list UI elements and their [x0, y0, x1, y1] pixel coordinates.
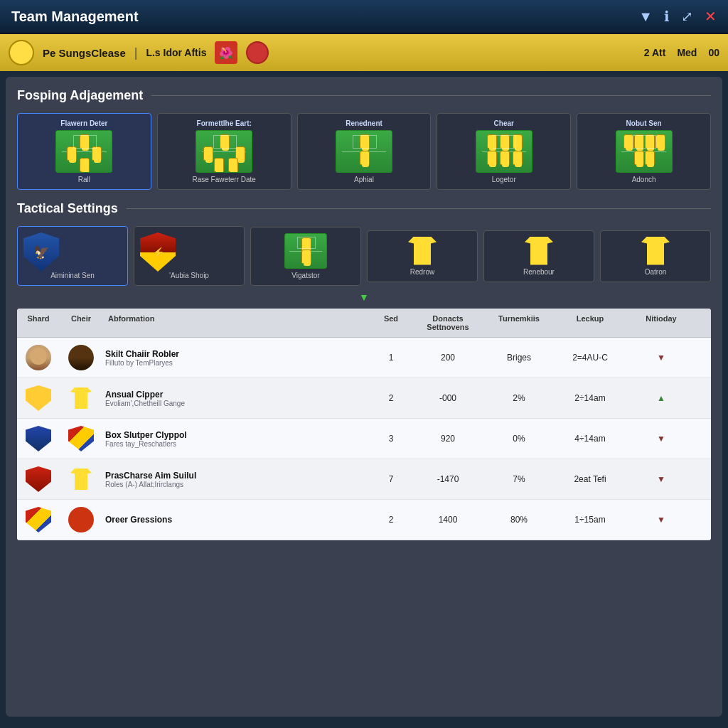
player-dot — [92, 146, 102, 161]
formation-card-5[interactable]: Nobut Sen Adonch — [577, 113, 711, 190]
player-sub-4: Roles (A-) Allat;Irirclangs — [105, 481, 367, 488]
player-dot — [634, 151, 644, 165]
tactical-card-6[interactable]: Oatron — [600, 230, 711, 282]
player-dot — [623, 134, 633, 149]
arrow-down-3[interactable]: ▼ — [657, 434, 665, 444]
tactical-section-header: Tactical Settings — [17, 201, 711, 216]
td-cheir-3 — [60, 426, 102, 451]
dropdown-arrow[interactable]: ▼ — [17, 291, 711, 303]
td-shard-2 — [17, 385, 60, 411]
shirt-icon-5 — [525, 237, 553, 265]
formation-card-5-label: Nobut Sen — [583, 119, 705, 127]
avatar-1 — [26, 345, 51, 370]
tactical-card-6-label: Oatron — [606, 268, 705, 276]
td-name-4: PrasCharse Aim Suilul Roles (A-) Allat;I… — [102, 471, 370, 488]
formation-card-3[interactable]: Renednent Aphial — [297, 113, 432, 190]
player-dot — [487, 134, 497, 149]
divider: | — [134, 46, 138, 60]
avatar-red-5 — [68, 507, 94, 532]
player-dot — [228, 158, 238, 172]
formation-pitch-1 — [55, 130, 112, 173]
formation-card-4[interactable]: Chear Logetor — [437, 113, 571, 190]
arrow-down-5[interactable]: ▼ — [657, 515, 665, 525]
col-leckup: Leckup — [555, 314, 626, 331]
td-donacts-3: 920 — [412, 434, 483, 444]
formation-section-title: Fosping Adjagement — [17, 88, 143, 103]
table-body: Skilt Chaiir Robler Filluto by TemPlarye… — [17, 338, 711, 540]
tactical-card-3[interactable]: Vigatstor — [250, 227, 361, 286]
team-name: Pe SungsClease — [43, 47, 126, 59]
td-shard-5 — [17, 507, 60, 532]
app-title: Team Management — [11, 9, 638, 25]
team-badge-top — [246, 41, 269, 64]
table-row[interactable]: Ansual Cipper Evoliam',Chetheill Gange 2… — [17, 378, 711, 419]
td-turnemkiis-2: 2% — [483, 393, 555, 403]
player-dot — [203, 146, 213, 161]
player-name-3: Box Slutper Clyppol — [105, 430, 367, 440]
td-name-1: Skilt Chaiir Robler Filluto by TemPlarye… — [102, 349, 370, 367]
td-turnemkiis-1: Briges — [483, 353, 555, 363]
td-sed-2: 2 — [370, 393, 412, 403]
td-nitioday-4[interactable]: ▼ — [626, 474, 697, 484]
td-nitioday-2[interactable]: ▲ — [626, 393, 697, 403]
table-row[interactable]: PrasCharse Aim Suilul Roles (A-) Allat;I… — [17, 459, 711, 500]
td-donacts-1: 200 — [412, 353, 483, 363]
shirt-yellow-4 — [70, 469, 92, 490]
badge-blue-3 — [26, 426, 51, 451]
formation-card-2[interactable]: Formettlhe Eart: Rase Faweterr Date — [157, 113, 291, 190]
td-cheir-4 — [60, 469, 102, 490]
td-leckup-3: 4÷14am — [555, 434, 626, 444]
top-bar: Pe SungsClease | L.s Idor Aftis 🌺 2 Att … — [0, 34, 728, 71]
main-panel: Fosping Adjagement Flawern Deter Rall Fo… — [6, 77, 722, 717]
tactical-section-title: Tactical Settings — [17, 201, 118, 216]
td-turnemkiis-4: 7% — [483, 474, 555, 484]
col-nitioday: Nitioday — [626, 314, 697, 331]
td-donacts-5: 1400 — [412, 515, 483, 525]
formation-card-2-sub: Rase Faweterr Date — [164, 176, 285, 183]
resize-icon[interactable]: ⤢ — [681, 8, 693, 25]
formation-card-1[interactable]: Flawern Deter Rall — [17, 113, 151, 190]
td-leckup-5: 1÷15am — [555, 515, 626, 525]
wifi-icon[interactable]: ▼ — [638, 9, 653, 25]
info-icon[interactable]: ℹ — [664, 8, 670, 25]
player-dot — [645, 151, 655, 165]
table-row[interactable]: Skilt Chaiir Robler Filluto by TemPlarye… — [17, 338, 711, 378]
td-sed-5: 2 — [370, 515, 412, 525]
player-dot — [655, 134, 665, 149]
tactical-card-1[interactable]: 🦅 Aimininat Sen — [17, 226, 128, 286]
stat-med: Med — [677, 47, 697, 58]
player-dot — [500, 134, 510, 149]
badge-yellow-2 — [26, 385, 51, 411]
player-dot — [487, 151, 497, 165]
table-row[interactable]: Box Slutper Clyppol Fares tay_Reschatler… — [17, 419, 711, 459]
badge-multi2-5 — [26, 507, 51, 532]
td-nitioday-1[interactable]: ▼ — [626, 353, 697, 363]
arrow-down-4[interactable]: ▼ — [657, 474, 665, 484]
tactical-card-3-label: Vigatstor — [257, 272, 355, 279]
td-leckup-4: 2eat Tefi — [555, 474, 626, 484]
sub-info: L.s Idor Aftis — [146, 47, 206, 58]
player-name-2: Ansual Cipper — [105, 390, 367, 400]
tactical-card-4-label: Redrow — [373, 268, 471, 276]
player-name-5: Oreer Gressions — [105, 515, 367, 525]
tactical-pitch-3 — [284, 233, 327, 269]
close-icon[interactable]: ✕ — [705, 8, 717, 25]
td-nitioday-5[interactable]: ▼ — [626, 515, 697, 525]
col-cheir: Cheir — [60, 314, 102, 331]
formation-card-5-sub: Adonch — [583, 176, 705, 183]
avatar-dark-1 — [68, 345, 94, 370]
table-row[interactable]: Oreer Gressions 2 1400 80% 1÷15am ▼ — [17, 500, 711, 540]
tactical-card-5[interactable]: Renebour — [483, 230, 594, 282]
arrow-down-1[interactable]: ▼ — [657, 353, 665, 363]
td-leckup-1: 2=4AU-C — [555, 353, 626, 363]
title-bar: Team Management ▼ ℹ ⤢ ✕ — [0, 0, 728, 34]
tactical-card-2[interactable]: ⚡ 'Aubia Shoip — [134, 226, 245, 286]
player-dot — [220, 134, 230, 149]
player-dot — [301, 250, 311, 264]
player-sub-1: Filluto by TemPlaryes — [105, 359, 367, 367]
td-nitioday-3[interactable]: ▼ — [626, 434, 697, 444]
badge-multi-3 — [68, 426, 94, 451]
tactical-card-4[interactable]: Redrow — [367, 230, 478, 282]
arrow-up-2[interactable]: ▲ — [657, 393, 665, 403]
player-dot — [80, 158, 90, 172]
